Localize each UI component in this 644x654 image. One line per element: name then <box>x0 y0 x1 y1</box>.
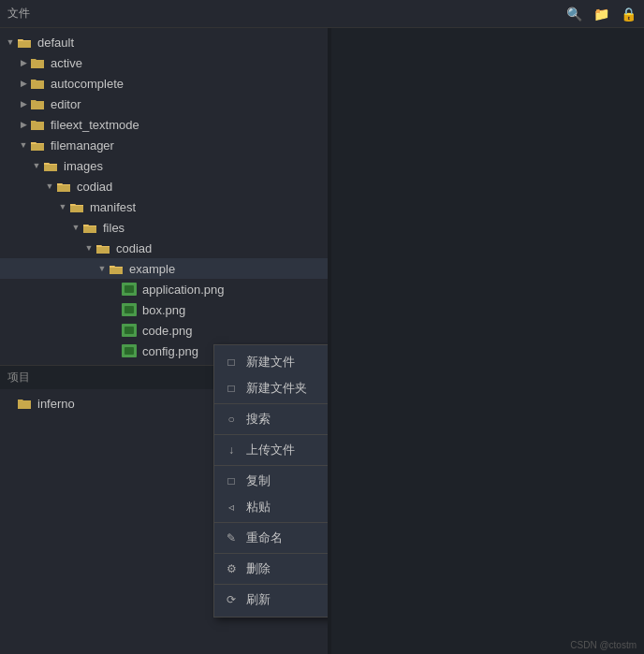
tree-item-default[interactable]: default <box>0 32 328 52</box>
file-panel[interactable]: default active a <box>0 28 328 654</box>
label-autocomplete: autocomplete <box>51 77 124 91</box>
label-config-png: config.png <box>142 344 198 358</box>
context-menu-paste-label: 粘贴 <box>246 499 271 516</box>
label-codiad: codiad <box>77 180 112 194</box>
delete-menu-icon: ⚙ <box>224 562 239 575</box>
right-panel <box>331 28 644 654</box>
folder-icon-codiad <box>56 180 73 193</box>
arrow-files <box>69 223 82 232</box>
tree-item-fileext[interactable]: fileext_textmode <box>0 114 328 135</box>
projects-label: 项目 <box>7 370 30 385</box>
tree-item-autocomplete[interactable]: autocomplete <box>0 73 328 94</box>
context-menu-divider-4 <box>214 522 328 523</box>
context-menu-delete[interactable]: ⚙ 删除 <box>214 556 328 582</box>
folder-icon-editor <box>30 97 47 110</box>
label-inferno: inferno <box>37 397 75 411</box>
tree-item-files[interactable]: files <box>0 217 328 238</box>
context-menu: □ 新建文件 □ 新建文件夹 ○ 搜索 ↓ 上传文件 □ 复制 <box>213 344 328 618</box>
tree-item-editor[interactable]: editor <box>0 94 328 114</box>
file-tree: default active a <box>0 28 328 365</box>
arrow-manifest <box>56 202 69 211</box>
context-menu-new-file-label: 新建文件 <box>246 354 295 371</box>
arrow-example <box>95 264 109 273</box>
folder-icon-files <box>82 221 99 234</box>
tree-item-active[interactable]: active <box>0 52 328 73</box>
arrow-filemanager <box>17 140 30 150</box>
label-example: example <box>129 262 175 276</box>
folder-icon-autocomplete <box>30 77 47 90</box>
new-folder-icon: □ <box>224 382 239 395</box>
file-icon-box <box>122 303 139 316</box>
file-icon-code <box>122 324 139 337</box>
tree-item-images[interactable]: images <box>0 155 328 176</box>
arrow-codiad <box>43 182 56 191</box>
label-default: default <box>37 36 74 50</box>
file-icon-application <box>122 283 139 296</box>
lock-icon[interactable]: 🔒 <box>621 7 637 22</box>
tree-item-filemanager[interactable]: filemanager <box>0 135 328 155</box>
tree-item-box-png[interactable]: box.png <box>0 299 328 320</box>
label-manifest: manifest <box>90 200 136 214</box>
context-menu-rename[interactable]: ✎ 重命名 <box>214 525 328 551</box>
context-menu-divider-3 <box>214 465 328 466</box>
toolbar-icons: 🔍 📁 🔒 <box>566 7 637 22</box>
arrow-codiad2 <box>82 243 95 253</box>
folder-icon-fileext <box>30 118 47 131</box>
tree-item-code-png[interactable]: code.png <box>0 320 328 341</box>
label-code-png: code.png <box>142 324 193 338</box>
tree-item-codiad2[interactable]: codiad <box>0 238 328 258</box>
context-menu-new-folder-label: 新建文件夹 <box>246 380 307 397</box>
label-codiad2: codiad <box>116 241 152 255</box>
new-file-icon: □ <box>224 356 239 369</box>
tree-item-example[interactable]: example <box>0 258 328 279</box>
context-menu-divider-1 <box>214 403 328 404</box>
upload-menu-icon: ↓ <box>224 443 239 457</box>
search-icon[interactable]: 🔍 <box>566 7 582 22</box>
paste-menu-icon: ◃ <box>224 501 239 514</box>
arrow-active <box>17 58 30 67</box>
arrow-autocomplete <box>17 79 30 88</box>
file-icon-config <box>122 344 139 357</box>
label-active: active <box>51 56 82 70</box>
folder-icon-default <box>17 36 34 49</box>
context-menu-delete-label: 删除 <box>246 560 271 577</box>
context-menu-copy-label: 复制 <box>246 472 271 489</box>
tree-item-manifest[interactable]: manifest <box>0 196 328 217</box>
search-menu-icon: ○ <box>224 413 239 426</box>
label-files: files <box>103 221 124 235</box>
folder-icon-tool[interactable]: 📁 <box>593 7 609 22</box>
context-menu-copy[interactable]: □ 复制 <box>214 468 328 494</box>
folder-icon-manifest <box>69 200 86 213</box>
tree-item-codiad[interactable]: codiad <box>0 176 328 196</box>
label-editor: editor <box>51 97 81 111</box>
label-filemanager: filemanager <box>51 138 114 153</box>
context-menu-refresh-label: 刷新 <box>246 591 271 608</box>
refresh-menu-icon: ⟳ <box>224 593 239 606</box>
label-images: images <box>64 159 103 173</box>
label-application-png: application.png <box>142 283 224 297</box>
context-menu-divider-5 <box>214 553 328 554</box>
toolbar: 文件 🔍 📁 🔒 <box>0 0 644 28</box>
folder-icon-active <box>30 56 47 69</box>
folder-icon-filemanager <box>30 138 47 152</box>
main-layout: default active a <box>0 28 644 654</box>
context-menu-paste[interactable]: ◃ 粘贴 <box>214 494 328 520</box>
folder-icon-inferno <box>17 397 34 410</box>
context-menu-rename-label: 重命名 <box>246 530 283 546</box>
context-menu-divider-6 <box>214 584 328 585</box>
label-box-png: box.png <box>142 303 185 317</box>
tree-item-application-png[interactable]: application.png <box>0 279 328 299</box>
rename-menu-icon: ✎ <box>224 531 239 545</box>
context-menu-new-file[interactable]: □ 新建文件 <box>214 349 328 375</box>
arrow-fileext <box>17 120 30 129</box>
context-menu-refresh[interactable]: ⟳ 刷新 <box>214 587 328 613</box>
context-menu-upload[interactable]: ↓ 上传文件 <box>214 437 328 463</box>
folder-icon-images <box>43 159 60 172</box>
folder-icon-codiad2 <box>95 241 112 254</box>
context-menu-new-folder[interactable]: □ 新建文件夹 <box>214 375 328 401</box>
context-menu-search[interactable]: ○ 搜索 <box>214 406 328 432</box>
context-menu-search-label: 搜索 <box>246 411 271 428</box>
copy-menu-icon: □ <box>224 474 239 487</box>
label-fileext: fileext_textmode <box>51 118 139 132</box>
arrow-editor <box>17 99 30 109</box>
